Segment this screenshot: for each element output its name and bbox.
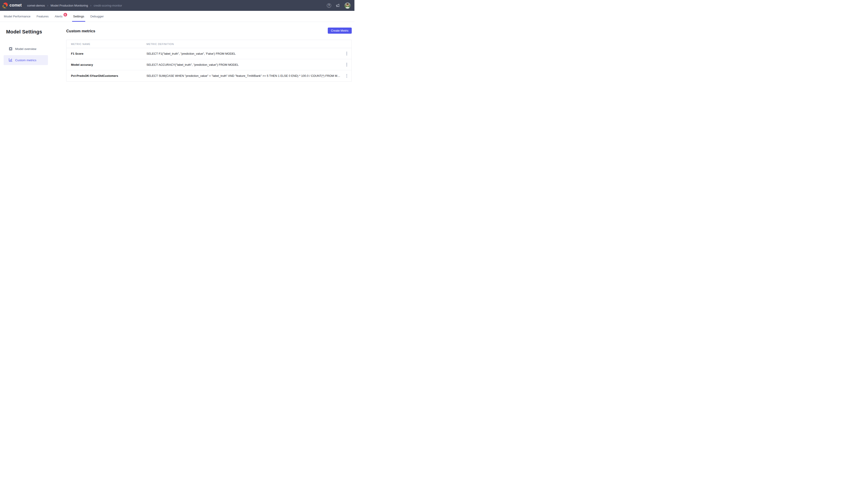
megaphone-icon[interactable] <box>336 3 340 8</box>
alerts-count-badge: 6 <box>64 13 67 17</box>
tab-alerts[interactable]: Alerts 6 <box>55 11 67 22</box>
sidebar-item-model-overview[interactable]: Model overview <box>4 44 48 54</box>
metric-definition-cell: SELECT SUM(CASE WHEN "prediction_value" … <box>147 74 351 77</box>
table-row: Model accuracy SELECT ACCURACY("label_tr… <box>66 59 351 70</box>
sidebar-item-custom-metrics[interactable]: Custom metrics <box>4 55 48 65</box>
comet-logo-icon <box>2 2 9 9</box>
metric-definition-cell: SELECT F1("label_truth", "prediction_val… <box>147 52 351 55</box>
tab-label: Alerts <box>55 15 63 18</box>
create-metric-button[interactable]: Create Metric <box>328 28 352 34</box>
user-avatar[interactable] <box>344 2 350 8</box>
metric-definition-cell: SELECT ACCURACY("label_truth", "predicti… <box>147 63 351 66</box>
tab-debugger[interactable]: Debugger <box>90 11 103 22</box>
kebab-menu-icon[interactable] <box>344 73 350 79</box>
tab-label: Settings <box>73 15 84 18</box>
help-icon[interactable]: ? <box>327 3 331 8</box>
settings-sidebar: Model overview Custom metrics <box>4 44 48 65</box>
section-title: Custom metrics <box>66 29 95 33</box>
metric-name-cell: F1 Score <box>66 52 147 55</box>
comet-logo-text: comet <box>9 3 22 7</box>
table-row: F1 Score SELECT F1("label_truth", "predi… <box>66 48 351 59</box>
breadcrumb: comet-demos › Model Production Monitorin… <box>27 4 122 7</box>
page-title: Model Settings <box>6 29 42 35</box>
app-window: comet comet-demos › Model Production Mon… <box>0 0 354 199</box>
bar-chart-icon <box>8 58 13 62</box>
table-row: Pct-PredsOK-5YearOldCustomers SELECT SUM… <box>66 70 351 81</box>
column-header-metric-name: METRIC NAME <box>66 43 147 45</box>
kebab-menu-icon[interactable] <box>344 51 350 57</box>
chevron-right-separator: › <box>47 4 49 7</box>
tab-model-performance[interactable]: Model Performance <box>4 11 31 22</box>
tab-settings[interactable]: Settings <box>73 11 84 22</box>
model-tabbar: Model Performance Features Alerts 6 Sett… <box>0 11 354 22</box>
breadcrumb-item-project[interactable]: Model Production Monitoring <box>51 4 88 7</box>
kebab-menu-icon[interactable] <box>344 62 350 68</box>
custom-metrics-table: METRIC NAME METRIC DEFINITION F1 Score S… <box>66 40 352 82</box>
model-overview-icon <box>8 46 13 51</box>
metric-name-cell: Model accuracy <box>66 63 147 66</box>
comet-logo[interactable]: comet <box>2 2 22 9</box>
tab-label: Debugger <box>90 15 103 18</box>
tab-features[interactable]: Features <box>37 11 49 22</box>
metric-name-cell: Pct-PredsOK-5YearOldCustomers <box>66 74 147 77</box>
sidebar-item-label: Model overview <box>15 47 36 51</box>
sidebar-item-label: Custom metrics <box>15 59 36 62</box>
topbar: comet comet-demos › Model Production Mon… <box>0 0 354 11</box>
topbar-actions: ? <box>327 2 354 8</box>
tab-label: Model Performance <box>4 15 31 18</box>
column-header-metric-definition: METRIC DEFINITION <box>147 43 174 45</box>
breadcrumb-item-workspace[interactable]: comet-demos <box>27 4 45 7</box>
table-header-row: METRIC NAME METRIC DEFINITION <box>66 40 351 48</box>
chevron-right-separator: › <box>90 4 91 7</box>
tab-label: Features <box>37 15 49 18</box>
breadcrumb-item-model: credit-scoring-monitor <box>94 4 122 7</box>
